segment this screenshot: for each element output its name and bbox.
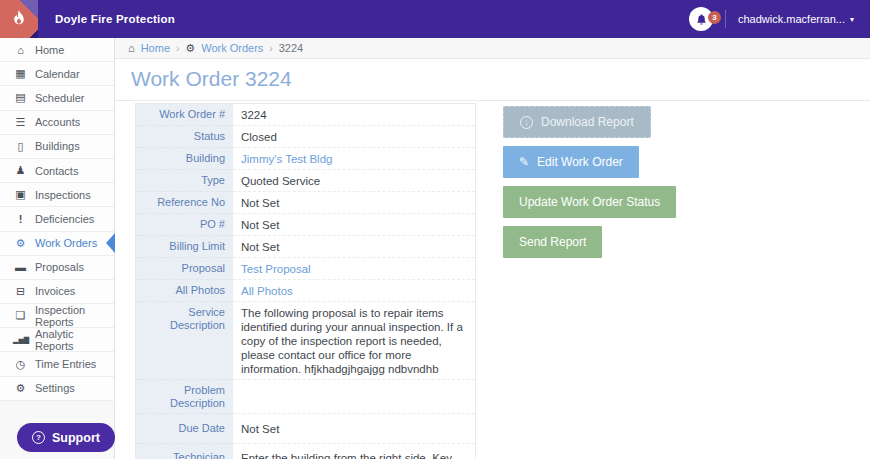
sidebar-item-work-orders[interactable]: ⚙Work Orders bbox=[0, 232, 114, 256]
field-link-test-proposal[interactable]: Test Proposal bbox=[241, 263, 311, 275]
action-buttons: ↓Download Report✎Edit Work OrderUpdate W… bbox=[503, 106, 676, 258]
detail-row-building: BuildingJimmy's Test Bldg bbox=[136, 148, 475, 170]
field-value-reference-no: Not Set bbox=[233, 192, 475, 214]
update-work-order-status-button[interactable]: Update Work Order Status bbox=[503, 186, 676, 218]
breadcrumb-3224: 3224 bbox=[279, 42, 303, 54]
notification-badge: 3 bbox=[708, 11, 721, 24]
field-label-reference-no: Reference No bbox=[136, 192, 233, 214]
sidebar-item-home[interactable]: ⌂Home bbox=[0, 38, 114, 62]
sidebar-item-label: Calendar bbox=[35, 68, 80, 80]
support-label: Support bbox=[52, 431, 100, 445]
sidebar-item-analytic-reports[interactable]: ▂▅▇Analytic Reports bbox=[0, 328, 114, 352]
user-name: chadwick.macferran... bbox=[738, 13, 845, 25]
page-title: Work Order 3224 bbox=[131, 67, 870, 91]
breadcrumb-home[interactable]: Home bbox=[141, 42, 170, 54]
button-label: Send Report bbox=[519, 235, 586, 249]
sidebar-item-label: Proposals bbox=[35, 261, 84, 273]
detail-row-po: PO #Not Set bbox=[136, 214, 475, 236]
field-value-type: Quoted Service bbox=[233, 170, 475, 192]
field-link-all-photos[interactable]: All Photos bbox=[241, 285, 293, 297]
breadcrumb-separator: › bbox=[269, 43, 272, 54]
sidebar-item-label: Contacts bbox=[35, 165, 78, 177]
detail-row-technician-instructions: Technician InstructionsEnter the buildin… bbox=[136, 444, 475, 459]
gears-icon: ⚙ bbox=[13, 237, 28, 250]
button-label: Edit Work Order bbox=[537, 155, 623, 169]
building-icon: ▯ bbox=[13, 140, 28, 153]
credit-card-icon: ⊟ bbox=[13, 285, 28, 298]
sidebar-item-calendar[interactable]: ▦Calendar bbox=[0, 62, 114, 86]
sidebar-item-label: Time Entries bbox=[35, 358, 96, 370]
user-menu[interactable]: chadwick.macferran... ▾ bbox=[738, 13, 854, 25]
notifications-button[interactable]: 3 bbox=[689, 7, 713, 31]
sidebar: ⌂Home▦Calendar▤Scheduler☰Accounts▯Buildi… bbox=[0, 38, 115, 459]
sidebar-item-accounts[interactable]: ☰Accounts bbox=[0, 111, 114, 135]
work-order-details-table: Work Order #3224StatusClosedBuildingJimm… bbox=[135, 103, 476, 459]
sidebar-item-label: Scheduler bbox=[35, 92, 85, 104]
sidebar-item-inspection-reports[interactable]: ❏Inspection Reports bbox=[0, 304, 114, 328]
question-icon: ? bbox=[32, 431, 45, 444]
download-report-button[interactable]: ↓Download Report bbox=[503, 106, 651, 138]
field-value-po: Not Set bbox=[233, 214, 475, 236]
field-label-problem-description: Problem Description bbox=[136, 380, 233, 414]
field-link-jimmy-s-test-bldg[interactable]: Jimmy's Test Bldg bbox=[241, 153, 332, 165]
sidebar-item-inspections[interactable]: ▣Inspections bbox=[0, 183, 114, 207]
detail-row-work-order: Work Order #3224 bbox=[136, 104, 475, 126]
field-label-work-order: Work Order # bbox=[136, 104, 233, 126]
briefcase-icon: ▬ bbox=[13, 261, 28, 273]
exclamation-icon: ! bbox=[13, 213, 28, 225]
edit-work-order-button[interactable]: ✎Edit Work Order bbox=[503, 146, 639, 178]
send-report-button[interactable]: Send Report bbox=[503, 226, 602, 258]
sidebar-item-time-entries[interactable]: ◷Time Entries bbox=[0, 352, 114, 376]
field-label-technician-instructions: Technician Instructions bbox=[136, 444, 233, 459]
field-label-service-description: Service Description bbox=[136, 302, 233, 380]
sidebar-item-label: Settings bbox=[35, 382, 75, 394]
field-label-po: PO # bbox=[136, 214, 233, 236]
sidebar-item-contacts[interactable]: ♟Contacts bbox=[0, 159, 114, 183]
field-value-proposal: Test Proposal bbox=[233, 258, 475, 280]
breadcrumb-separator: › bbox=[176, 43, 179, 54]
detail-row-due-date: Due DateNot Set bbox=[136, 414, 475, 444]
sidebar-item-deficiencies[interactable]: !Deficiencies bbox=[0, 207, 114, 231]
field-value-all-photos: All Photos bbox=[233, 280, 475, 302]
calendar-icon: ▦ bbox=[13, 67, 28, 80]
detail-row-reference-no: Reference NoNot Set bbox=[136, 192, 475, 214]
sidebar-item-label: Inspection Reports bbox=[35, 304, 114, 328]
sidebar-item-settings[interactable]: ⚙Settings bbox=[0, 377, 114, 401]
detail-row-all-photos: All PhotosAll Photos bbox=[136, 280, 475, 302]
field-value-service-description: The following proposal is to repair item… bbox=[233, 302, 475, 380]
sidebar-item-invoices[interactable]: ⊟Invoices bbox=[0, 280, 114, 304]
detail-row-billing-limit: Billing LimitNot Set bbox=[136, 236, 475, 258]
download-icon: ↓ bbox=[520, 116, 533, 129]
field-label-status: Status bbox=[136, 126, 233, 148]
home-icon: ⌂ bbox=[128, 42, 135, 54]
app-logo bbox=[0, 0, 38, 38]
sidebar-item-proposals[interactable]: ▬Proposals bbox=[0, 256, 114, 280]
edit-icon: ✎ bbox=[519, 155, 529, 169]
field-value-technician-instructions: Enter the building from the right side. … bbox=[233, 444, 475, 459]
bar-chart-icon: ▂▅▇ bbox=[13, 336, 28, 344]
title-divider bbox=[115, 100, 870, 101]
field-value-billing-limit: Not Set bbox=[233, 236, 475, 258]
detail-row-service-description: Service DescriptionThe following proposa… bbox=[136, 302, 475, 380]
field-value-building: Jimmy's Test Bldg bbox=[233, 148, 475, 170]
breadcrumb: ⌂Home›⚙Work Orders›3224 bbox=[115, 38, 870, 59]
detail-row-proposal: ProposalTest Proposal bbox=[136, 258, 475, 280]
button-label: Download Report bbox=[541, 115, 634, 129]
field-label-due-date: Due Date bbox=[136, 414, 233, 444]
gear-icon: ⚙ bbox=[185, 42, 195, 55]
field-label-all-photos: All Photos bbox=[136, 280, 233, 302]
sidebar-item-buildings[interactable]: ▯Buildings bbox=[0, 135, 114, 159]
main-content: Work Order 3224 Work Order #3224StatusCl… bbox=[115, 59, 870, 459]
sidebar-item-label: Inspections bbox=[35, 189, 91, 201]
sidebar-item-label: Work Orders bbox=[35, 237, 97, 249]
detail-row-status: StatusClosed bbox=[136, 126, 475, 148]
field-label-billing-limit: Billing Limit bbox=[136, 236, 233, 258]
field-value-work-order: 3224 bbox=[233, 104, 475, 126]
sidebar-item-scheduler[interactable]: ▤Scheduler bbox=[0, 86, 114, 110]
support-button[interactable]: ? Support bbox=[17, 423, 115, 452]
person-icon: ♟ bbox=[13, 164, 28, 177]
clipboard-icon: ▣ bbox=[13, 188, 28, 201]
breadcrumb-work-orders[interactable]: Work Orders bbox=[201, 42, 263, 54]
field-label-proposal: Proposal bbox=[136, 258, 233, 280]
field-label-type: Type bbox=[136, 170, 233, 192]
